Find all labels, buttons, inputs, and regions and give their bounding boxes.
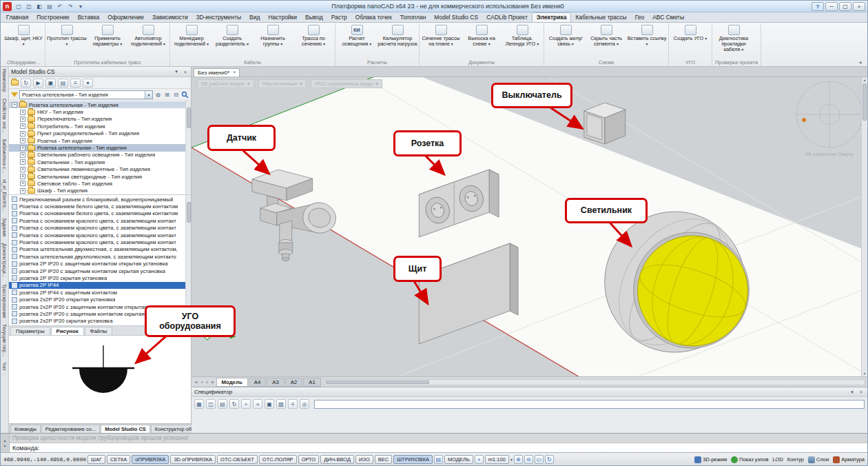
spec-table-icon[interactable]: ▦: [194, 399, 204, 409]
close-document-icon[interactable]: ×: [233, 70, 236, 76]
status-right-item[interactable]: Арматура: [833, 456, 865, 463]
tree-item[interactable]: + Светильники светодиодные - Тип изделия: [9, 173, 191, 180]
list-item[interactable]: розетка 2P IP20 с защитным контактом отк…: [9, 261, 191, 267]
docked-panel-tab[interactable]: Библиотека с...: [2, 139, 7, 173]
command-input[interactable]: Команда:: [10, 443, 867, 452]
spec-add-icon[interactable]: +: [241, 399, 251, 409]
expand-icon[interactable]: +: [20, 145, 25, 151]
list-item[interactable]: Розетка штепсельная двухполюсная, с зазе…: [9, 253, 191, 260]
document-tab[interactable]: Без имени0* ×: [194, 68, 240, 77]
expand-icon[interactable]: +: [20, 188, 25, 194]
mode-toggle-button[interactable]: ВЕС: [375, 455, 392, 464]
expand-icon[interactable]: +: [20, 174, 25, 179]
mode-toggle-button[interactable]: ОРТО: [298, 455, 320, 464]
more-icon[interactable]: ▾: [83, 79, 93, 88]
lock-scale-icon[interactable]: ▪: [475, 455, 484, 464]
new-file-icon[interactable]: ▢: [14, 3, 23, 10]
dock-tab[interactable]: Model Studio CS: [101, 425, 150, 433]
list-item[interactable]: розетка 2P IP20 с защитным контактом скр…: [9, 267, 191, 274]
expand-icon[interactable]: +: [20, 167, 25, 172]
ribbon-button[interactable]: Применить параметры ▾: [87, 24, 127, 47]
mode-toggle-button[interactable]: ОТС-ПОЛЯР: [259, 455, 297, 464]
ribbon-button[interactable]: Менеджер подключений ▾: [172, 24, 211, 47]
mode-toggle-button[interactable]: ШТРИХОВКА: [393, 455, 433, 464]
expand-icon[interactable]: +: [12, 102, 17, 108]
ribbon-button[interactable]: КИ Расчет освещения ▾: [337, 24, 377, 47]
expand-all-icon[interactable]: ⊞: [163, 92, 171, 98]
close-button[interactable]: ×: [853, 2, 865, 11]
spec-settings-icon[interactable]: ▣: [265, 399, 274, 409]
tree-scrollbar[interactable]: [185, 101, 191, 194]
redo-icon[interactable]: ↷: [65, 3, 75, 10]
tree-item[interactable]: + Переключатель - Тип изделия: [9, 116, 191, 123]
docked-panel-tab[interactable]: Свойства эле...: [2, 99, 7, 133]
apply-icon[interactable]: ▶: [33, 79, 43, 88]
list-item[interactable]: розетка 2P IP20 скрытая установка: [9, 274, 191, 281]
ribbon-button[interactable]: Скрыть часть сегмента ▾: [586, 24, 626, 47]
chevron-down-icon[interactable]: ▾: [145, 91, 152, 99]
ribbon-tab[interactable]: Облака точек: [351, 13, 396, 22]
expand-icon[interactable]: +: [20, 110, 25, 115]
panel-menu-icon[interactable]: ▾: [173, 69, 180, 74]
zoom-window-icon[interactable]: ▭: [535, 455, 544, 464]
expand-icon[interactable]: +: [20, 181, 25, 186]
views-icon[interactable]: ▤: [58, 79, 68, 88]
docked-panel-tab[interactable]: Чат: [2, 363, 7, 371]
list-item[interactable]: Розетка с основанием белого цвета, с заз…: [9, 203, 191, 210]
expand-icon[interactable]: +: [20, 123, 25, 129]
preview-tab[interactable]: Файлы: [85, 327, 113, 335]
tree-item[interactable]: + Пункт распределительный - Тип изделия: [9, 130, 191, 137]
ribbon-button[interactable]: Создать разделитель ▾: [212, 24, 252, 47]
status-right-item[interactable]: 3D-режим: [694, 456, 727, 463]
ribbon-tab[interactable]: Кабельные трассы: [571, 13, 630, 22]
expand-icon[interactable]: +: [20, 152, 25, 158]
tree-item[interactable]: + Розетка штепсельная - Тип изделия: [9, 144, 191, 151]
ribbon-tab[interactable]: CADLib Проект: [482, 13, 532, 22]
list-item[interactable]: розетка 2x2P IP20 с защитным контактом о…: [9, 303, 191, 310]
ribbon-tab[interactable]: Вставка: [74, 13, 104, 22]
ribbon-button[interactable]: Вставить ссылку ▾: [627, 24, 667, 47]
qat-menu-icon[interactable]: ▾: [76, 3, 85, 10]
viewport-vertical-scrollbar[interactable]: ▲ ▼: [861, 77, 867, 376]
dock-tab[interactable]: Редактирование со...: [41, 425, 100, 433]
mode-toggle-button[interactable]: СЕТКА: [107, 455, 130, 464]
ribbon-tab[interactable]: Model Studio CS: [430, 13, 482, 22]
docked-panel-tab[interactable]: Навигатор: [2, 69, 7, 92]
preview-tab[interactable]: Параметры: [10, 327, 50, 335]
docked-panel-tab[interactable]: Задания: [2, 218, 7, 237]
saved-views-selector[interactable]: ЛПО сохраненные виды▾: [311, 79, 382, 88]
spec-link-icon[interactable]: ◎: [300, 399, 309, 409]
expand-icon[interactable]: +: [20, 138, 25, 143]
annotation-scale-button[interactable]: m1:100: [485, 455, 509, 464]
ribbon-collapse-button[interactable]: ▴: [855, 58, 866, 66]
view-selector[interactable]: КВ рабочих видов▾: [197, 79, 254, 88]
list-item[interactable]: Розетка с основанием красного цвета, с з…: [9, 225, 191, 232]
mode-toggle-button[interactable]: ИЗО: [355, 455, 373, 464]
mode-toggle-button[interactable]: 3D оПРИВЯЗКА: [170, 455, 216, 464]
tree-item[interactable]: + НКУ - Тип изделия: [9, 108, 191, 115]
drawing-viewport[interactable]: КВ рабочих видов▾ Реалистичный▾ ЛПО сохр…: [192, 77, 867, 376]
type-filter-combobox[interactable]: Розетка штепсельная - Тип изделия ▾: [19, 90, 153, 99]
help-button[interactable]: ?: [812, 2, 824, 11]
ribbon-tab[interactable]: Топоплан: [396, 13, 431, 22]
open-library-icon[interactable]: [11, 80, 19, 85]
model-space-icon[interactable]: ▤: [434, 455, 443, 464]
mode-toggle-button[interactable]: оПРИВЯЗКА: [132, 455, 169, 464]
panel-menu-icon[interactable]: ▾: [849, 389, 856, 395]
layout-tab[interactable]: А2: [285, 378, 303, 387]
spec-refresh-icon[interactable]: ↻: [229, 399, 239, 409]
panel-close-icon[interactable]: ×: [182, 70, 189, 74]
list-item[interactable]: розетка 2x2P IP20 скрытая установка: [9, 318, 191, 325]
status-right-item[interactable]: Слои: [808, 456, 829, 463]
ribbon-tab[interactable]: Электрика: [532, 12, 572, 22]
list-item[interactable]: розетка 2x2P IP20 с защитным контактом с…: [9, 310, 191, 317]
ribbon-tab[interactable]: Настройки: [264, 13, 301, 22]
layout-tab[interactable]: А3: [267, 378, 285, 387]
tree-item[interactable]: + Шкаф - Тип изделия: [9, 188, 191, 194]
list-item[interactable]: розетка 2P IP44: [9, 282, 191, 289]
docked-panel-tab[interactable]: Демонстраци...: [2, 243, 7, 277]
ribbon-button[interactable]: Сечение трассы на плане ▾: [421, 24, 461, 47]
refresh-icon[interactable]: ↻: [21, 79, 31, 88]
list-item[interactable]: Розетка с основанием белого цвета, с заз…: [9, 210, 191, 217]
tree-item[interactable]: + Светильники - Тип изделия: [9, 159, 191, 165]
